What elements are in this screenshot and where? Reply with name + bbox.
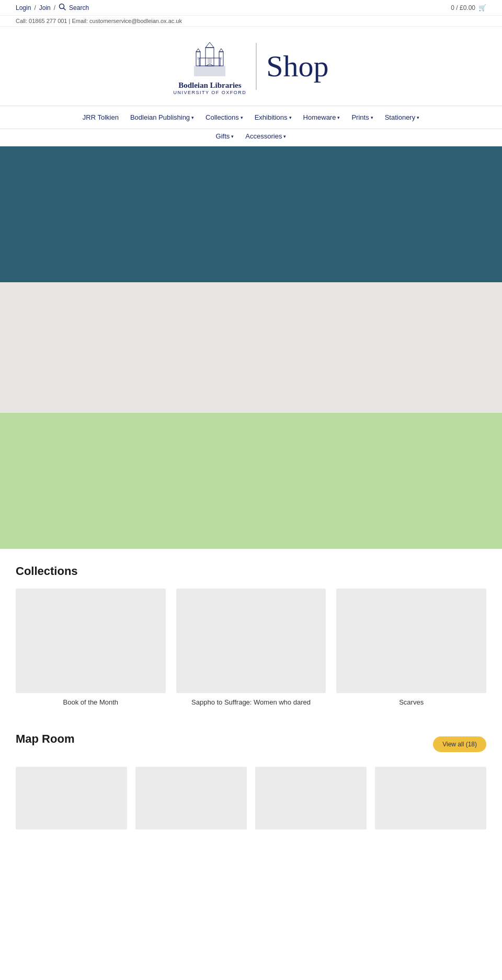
nav-bodleian-publishing[interactable]: Bodleian Publishing ▾ (125, 110, 199, 124)
nav-accessories-label: Accessories (245, 132, 282, 140)
map-image-1 (135, 767, 247, 829)
nav-homeware-label: Homeware (303, 113, 336, 121)
slash2: / (54, 4, 55, 11)
hero-banner-green[interactable] (0, 413, 502, 549)
nav-bar-row2: Gifts ▾ Accessories ▾ (0, 129, 502, 146)
email-address[interactable]: customerservice@bodleian.ox.ac.uk (89, 18, 182, 24)
shop-text: Shop (266, 49, 328, 84)
svg-marker-9 (206, 42, 214, 48)
view-all-button[interactable]: View all (18) (433, 736, 486, 752)
email-label: Email: (72, 18, 88, 24)
collection-label-2: Scarves (336, 698, 486, 706)
collection-label-1: Sappho to Suffrage: Women who dared (176, 698, 326, 706)
svg-rect-12 (220, 57, 222, 60)
collections-grid: Book of the Month Sappho to Suffrage: Wo… (16, 589, 486, 706)
nav-homeware[interactable]: Homeware ▾ (298, 110, 346, 124)
phone-number[interactable]: 01865 277 001 (29, 18, 67, 24)
hero-banner-blue[interactable] (0, 146, 502, 282)
map-card-1[interactable] (135, 767, 247, 829)
cart-icon: 🛒 (478, 4, 486, 11)
nav-prints-chevron: ▾ (371, 115, 373, 120)
collection-card-2[interactable]: Scarves (336, 589, 486, 706)
collections-title: Collections (16, 564, 486, 578)
nav-prints[interactable]: Prints ▾ (346, 110, 378, 124)
slash1: / (34, 4, 36, 11)
svg-rect-2 (194, 66, 225, 76)
collection-image-0 (16, 589, 166, 693)
nav-accessories-chevron: ▾ (283, 134, 286, 139)
auth-links: Login / Join / Search (16, 3, 89, 12)
nav-exhibitions[interactable]: Exhibitions ▾ (249, 110, 297, 124)
map-card-2[interactable] (255, 767, 367, 829)
phone-label: Call: (16, 18, 27, 24)
svg-line-1 (64, 8, 66, 10)
map-room-section: Map Room View all (18) (0, 717, 502, 840)
nav-gifts-chevron: ▾ (231, 134, 234, 139)
hero-banner-grey[interactable] (0, 282, 502, 413)
university-name: UNIVERSITY OF OXFORD (173, 90, 246, 95)
logo-area: Bodleian Libraries UNIVERSITY OF OXFORD … (0, 27, 502, 106)
nav-stationery-label: Stationery (385, 113, 416, 121)
login-link[interactable]: Login (16, 4, 31, 11)
building-icon (189, 37, 231, 79)
logo-text: Bodleian Libraries UNIVERSITY OF OXFORD (173, 37, 246, 95)
nav-gifts[interactable]: Gifts ▾ (211, 129, 239, 143)
nav-collections-chevron: ▾ (241, 115, 243, 120)
nav-bodleian-publishing-chevron: ▾ (191, 115, 194, 120)
svg-rect-11 (197, 57, 199, 60)
hero-section (0, 146, 502, 549)
search-icon[interactable] (59, 3, 66, 12)
nav-collections-label: Collections (206, 113, 239, 121)
cart-area[interactable]: 0 / £0.00 🛒 (451, 4, 486, 11)
nav-gifts-label: Gifts (216, 132, 230, 140)
nav-bar-row1: JRR Tolkien Bodleian Publishing ▾ Collec… (0, 106, 502, 129)
nav-bodleian-publishing-label: Bodleian Publishing (130, 113, 190, 121)
collection-image-2 (336, 589, 486, 693)
map-image-3 (375, 767, 486, 829)
nav-collections[interactable]: Collections ▾ (200, 110, 248, 124)
svg-marker-7 (196, 49, 200, 52)
nav-exhibitions-label: Exhibitions (255, 113, 288, 121)
collection-card-0[interactable]: Book of the Month (16, 589, 166, 706)
contact-bar: Call: 01865 277 001 | Email: customerser… (0, 16, 502, 27)
collection-card-1[interactable]: Sappho to Suffrage: Women who dared (176, 589, 326, 706)
logo-divider (256, 43, 257, 90)
collection-label-0: Book of the Month (16, 698, 166, 706)
svg-rect-10 (208, 58, 212, 63)
nav-jrr-tolkien-label: JRR Tolkien (83, 113, 119, 121)
map-image-0 (16, 767, 127, 829)
map-room-grid (16, 767, 486, 829)
map-image-2 (255, 767, 367, 829)
svg-marker-8 (219, 49, 223, 52)
collection-image-1 (176, 589, 326, 693)
map-card-0[interactable] (16, 767, 127, 829)
nav-exhibitions-chevron: ▾ (289, 115, 292, 120)
nav-accessories[interactable]: Accessories ▾ (240, 129, 291, 143)
nav-prints-label: Prints (351, 113, 369, 121)
bodleian-name: Bodleian Libraries (173, 81, 246, 90)
nav-jrr-tolkien[interactable]: JRR Tolkien (77, 110, 124, 124)
logo-inner[interactable]: Bodleian Libraries UNIVERSITY OF OXFORD … (173, 37, 328, 95)
nav-homeware-chevron: ▾ (337, 115, 340, 120)
map-card-3[interactable] (375, 767, 486, 829)
cart-label: 0 / £0.00 (451, 4, 475, 11)
nav-stationery[interactable]: Stationery ▾ (380, 110, 425, 124)
join-link[interactable]: Join (39, 4, 51, 11)
search-label[interactable]: Search (69, 4, 89, 11)
map-room-title: Map Room (16, 732, 74, 746)
collections-section: Collections Book of the Month Sappho to … (0, 549, 502, 717)
map-room-header: Map Room View all (18) (16, 732, 486, 756)
top-bar: Login / Join / Search 0 / £0.00 🛒 (0, 0, 502, 16)
nav-stationery-chevron: ▾ (417, 115, 419, 120)
